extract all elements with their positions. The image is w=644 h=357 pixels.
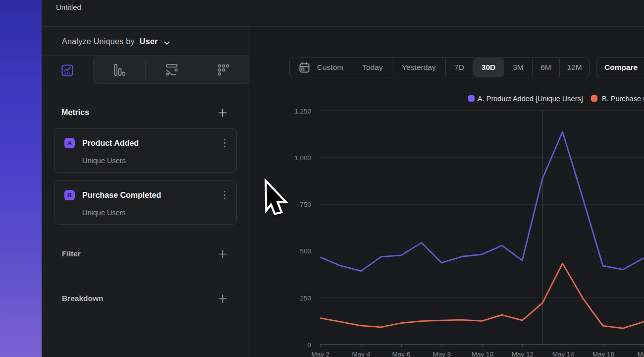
svg-text:May 14: May 14 <box>552 351 575 357</box>
svg-text:Ma: Ma <box>638 351 644 357</box>
svg-text:750: 750 <box>300 201 311 208</box>
svg-text:0: 0 <box>307 341 311 349</box>
svg-text:May 10: May 10 <box>472 351 493 357</box>
svg-text:500: 500 <box>300 247 311 255</box>
svg-text:May 6: May 6 <box>392 351 411 357</box>
svg-text:May 2: May 2 <box>312 351 330 357</box>
svg-text:May 4: May 4 <box>352 351 371 357</box>
svg-text:1,000: 1,000 <box>294 154 311 162</box>
svg-text:May 8: May 8 <box>433 351 451 357</box>
svg-text:May 12: May 12 <box>512 351 534 357</box>
svg-text:250: 250 <box>300 295 311 302</box>
svg-text:May 16: May 16 <box>592 351 614 357</box>
svg-text:1,250: 1,250 <box>294 108 311 115</box>
